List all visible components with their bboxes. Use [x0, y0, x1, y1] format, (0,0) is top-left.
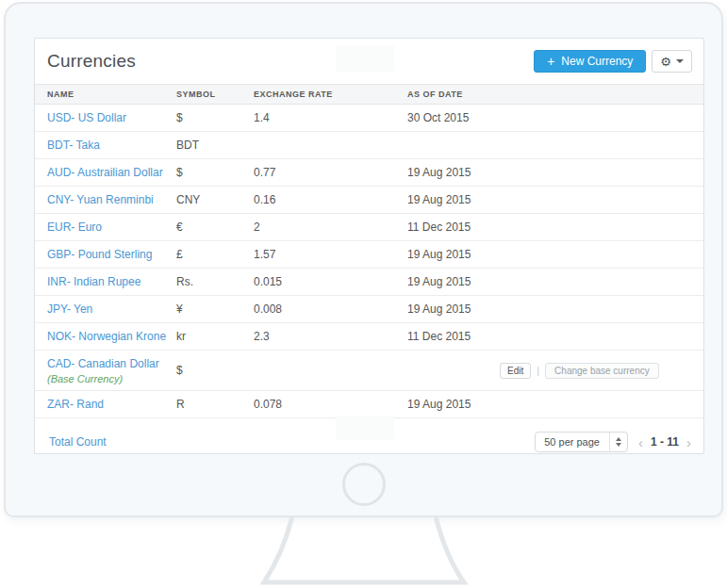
as-of-date-cell: 19 Aug 2015 [395, 193, 703, 206]
as-of-date-value: 11 Dec 2015 [407, 330, 471, 343]
currency-symbol-cell: £ [176, 248, 254, 261]
currency-link[interactable]: EUR- Euro [47, 220, 102, 234]
currency-link[interactable]: NOK- Norwegian Krone [47, 330, 166, 343]
currency-link[interactable]: CNY- Yuan Renminbi [47, 193, 154, 206]
currency-symbol-cell: € [176, 220, 254, 234]
currencies-panel: Currencies + New Currency ⚙ NAME SYMBOL … [34, 38, 704, 454]
currency-name-cell: USD- US Dollar [35, 111, 176, 124]
header-actions: + New Currency ⚙ [534, 50, 692, 73]
as-of-date-value: 19 Aug 2015 [407, 275, 471, 288]
exchange-rate-cell: 2.3 [254, 330, 395, 343]
exchange-rate-cell: 0.078 [254, 398, 395, 411]
currency-name-cell: ZAR- Rand [35, 398, 176, 411]
table-row: NOK- Norwegian Krone kr 2.3 11 Dec 2015 [35, 323, 703, 351]
action-divider: | [537, 365, 539, 376]
table-row: BDT- Taka BDT [35, 132, 703, 159]
currency-symbol-cell: $ [176, 111, 254, 124]
currency-link[interactable]: USD- US Dollar [47, 111, 126, 124]
currency-name-cell: GBP- Pound Sterling [35, 248, 176, 261]
next-page-icon[interactable]: › [686, 435, 691, 449]
as-of-date-value: 19 Aug 2015 [407, 398, 471, 411]
currency-symbol-cell: kr [176, 330, 254, 343]
currency-name-cell: NOK- Norwegian Krone [35, 330, 176, 343]
column-header-as-of-date: AS OF DATE [395, 90, 703, 99]
footer-controls: 50 per page ‹ 1 - 11 › [535, 432, 691, 452]
as-of-date-cell: 11 Dec 2015 [395, 220, 703, 234]
as-of-date-cell: 19 Aug 2015 [395, 302, 703, 316]
currency-symbol-cell: R [176, 398, 254, 411]
gear-icon: ⚙ [660, 55, 671, 69]
prev-page-icon[interactable]: ‹ [638, 435, 643, 449]
settings-dropdown-button[interactable]: ⚙ [652, 50, 692, 73]
as-of-date-cell: 11 Dec 2015 [395, 330, 703, 343]
per-page-select[interactable]: 50 per page [535, 432, 628, 452]
currency-name-cell: EUR- Euro [35, 220, 176, 234]
table-body: USD- US Dollar $ 1.4 30 Oct 2015 BDT- Ta… [35, 105, 703, 418]
currency-symbol-cell: $ [176, 364, 254, 377]
column-header-exchange-rate: EXCHANGE RATE [254, 90, 395, 99]
as-of-date-cell: Edit|Change base currency [395, 363, 703, 379]
currency-name-cell: INR- Indian Rupee [35, 275, 176, 288]
table-row: ZAR- Rand R 0.078 19 Aug 2015 [35, 391, 703, 418]
as-of-date-cell: 19 Aug 2015 [395, 166, 703, 179]
panel-header: Currencies + New Currency ⚙ [35, 39, 703, 84]
pagination: ‹ 1 - 11 › [638, 435, 691, 449]
table-row: EUR- Euro € 2 11 Dec 2015 [35, 214, 703, 241]
table-row: JPY- Yen ¥ 0.008 19 Aug 2015 [35, 296, 703, 323]
edit-button[interactable]: Edit [500, 363, 531, 379]
exchange-rate-cell: 0.16 [254, 193, 395, 206]
as-of-date-value: 30 Oct 2015 [407, 111, 469, 124]
base-currency-note: (Base Currency) [47, 373, 176, 384]
currency-symbol-cell: CNY [176, 193, 254, 206]
exchange-rate-cell: 1.4 [254, 111, 395, 124]
chevron-down-icon [676, 59, 684, 63]
currency-link[interactable]: GBP- Pound Sterling [47, 248, 152, 261]
currency-link[interactable]: ZAR- Rand [47, 398, 104, 411]
monitor-bezel: Currencies + New Currency ⚙ NAME SYMBOL … [4, 2, 723, 517]
currency-link[interactable]: INR- Indian Rupee [47, 275, 140, 288]
table-row: AUD- Austrailian Dollar $ 0.77 19 Aug 20… [35, 159, 703, 187]
as-of-date-value: 11 Dec 2015 [407, 220, 471, 234]
currency-symbol-cell: Rs. [176, 275, 254, 288]
table-row: CAD- Canadian Dollar (Base Currency) $ E… [35, 351, 703, 391]
currency-link[interactable]: BDT- Taka [47, 139, 100, 152]
as-of-date-cell: 19 Aug 2015 [395, 248, 703, 261]
currency-link[interactable]: JPY- Yen [47, 302, 92, 316]
currency-symbol-cell: ¥ [176, 302, 254, 316]
new-currency-label: New Currency [561, 55, 633, 68]
as-of-date-cell: 19 Aug 2015 [395, 275, 703, 288]
column-header-symbol: SYMBOL [176, 90, 254, 99]
table-row: INR- Indian Rupee Rs. 0.015 19 Aug 2015 [35, 269, 703, 296]
exchange-rate-cell: 0.008 [254, 302, 395, 316]
currency-link[interactable]: AUD- Austrailian Dollar [47, 166, 163, 179]
table-row: GBP- Pound Sterling £ 1.57 19 Aug 2015 [35, 241, 703, 269]
new-currency-button[interactable]: + New Currency [534, 50, 646, 73]
as-of-date-value: 19 Aug 2015 [407, 166, 471, 179]
plus-icon: + [547, 55, 554, 68]
monitor-stand [0, 516, 727, 588]
as-of-date-value: 19 Aug 2015 [407, 302, 471, 316]
as-of-date-cell: 30 Oct 2015 [395, 111, 703, 124]
currency-name-cell: BDT- Taka [35, 139, 176, 152]
currency-name-cell: AUD- Austrailian Dollar [35, 166, 176, 179]
as-of-date-value: 19 Aug 2015 [407, 193, 471, 206]
table-row: CNY- Yuan Renminbi CNY 0.16 19 Aug 2015 [35, 187, 703, 214]
exchange-rate-cell: 0.015 [254, 275, 395, 288]
currency-name-cell: CAD- Canadian Dollar (Base Currency) [35, 357, 176, 384]
currency-name-cell: JPY- Yen [35, 302, 176, 316]
exchange-rate-cell: 2 [254, 220, 395, 234]
table-header-row: NAME SYMBOL EXCHANGE RATE AS OF DATE [35, 84, 703, 105]
currency-link[interactable]: CAD- Canadian Dollar [47, 357, 159, 370]
currency-name-cell: CNY- Yuan Renminbi [35, 193, 176, 206]
total-count-link[interactable]: Total Count [49, 435, 107, 449]
as-of-date-cell: 19 Aug 2015 [395, 398, 703, 411]
change-base-currency-button[interactable]: Change base currency [545, 363, 659, 379]
as-of-date-value: 19 Aug 2015 [407, 248, 471, 261]
column-header-name: NAME [35, 90, 176, 99]
page-range: 1 - 11 [651, 435, 679, 449]
page-title: Currencies [47, 51, 136, 72]
monitor-logo-circle [342, 463, 386, 506]
blurred-area [336, 416, 394, 440]
exchange-rate-cell: 0.77 [254, 166, 395, 179]
exchange-rate-cell: 1.57 [254, 248, 395, 261]
